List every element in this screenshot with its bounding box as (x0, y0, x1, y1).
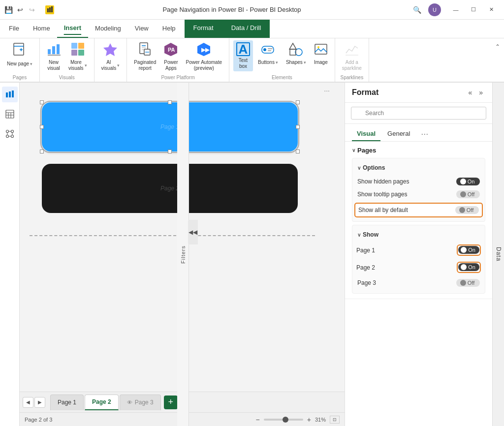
new-visual-button[interactable]: Newvisual (44, 40, 63, 73)
collapse-ribbon-button[interactable]: ⌃ (493, 41, 502, 52)
new-visual-icon (47, 42, 61, 58)
undo-icon[interactable]: ↩ (16, 6, 25, 14)
filters-label: Filters (180, 245, 186, 264)
page2-toggle[interactable]: On (458, 263, 479, 271)
page1-toggle[interactable]: On (458, 246, 479, 254)
buttons-button[interactable]: Buttons ▾ (255, 40, 281, 67)
handle-br[interactable] (296, 150, 300, 153)
add-page-button[interactable]: + (164, 396, 178, 409)
page1-button[interactable]: Page 1 (42, 102, 298, 152)
power-automate-icon: ▶▶ (197, 42, 211, 58)
tab-more-button[interactable]: ··· (417, 128, 432, 140)
image-button[interactable]: Image (311, 40, 331, 67)
tab-page3[interactable]: 👁 Page 3 (120, 395, 161, 410)
tab-format[interactable]: Format (185, 20, 222, 38)
panel-expand-right-button[interactable]: » (476, 88, 485, 97)
show-tooltip-pages-row: Show tooltip pages Off (357, 188, 480, 201)
format-search-input[interactable] (351, 107, 486, 120)
collapse-format-panel-button[interactable]: ◀◀ (188, 220, 198, 244)
close-button[interactable]: ✕ (482, 2, 500, 17)
more-visuals-button[interactable]: Morevisuals ▾ (65, 40, 90, 73)
handle-tr[interactable] (296, 100, 300, 104)
power-apps-icon: PA (164, 42, 178, 58)
tab-visual[interactable]: Visual (352, 127, 380, 141)
tab-modeling[interactable]: Modeling (88, 20, 128, 38)
data-panel-tab[interactable]: Data (492, 83, 504, 426)
handle-bl[interactable] (40, 150, 44, 153)
maximize-button[interactable]: ☐ (465, 2, 482, 17)
power-automate-button[interactable]: ▶▶ Power Automate(preview) (183, 40, 225, 73)
title-text: Page Navigation in Power BI - Power BI D… (54, 6, 410, 13)
ai-visuals-button[interactable]: AIvisuals ▾ (98, 40, 123, 73)
canvas-more-menu[interactable]: ··· (324, 87, 330, 94)
show-all-default-toggle[interactable]: Off (455, 206, 479, 214)
power-apps-button[interactable]: PA PowerApps (161, 40, 181, 73)
svg-rect-34 (315, 44, 327, 54)
page3-show-label: Page 3 (357, 279, 376, 286)
save-icon[interactable]: 💾 (4, 6, 13, 14)
zoom-slider-thumb[interactable] (283, 417, 288, 423)
show-hidden-pages-toggle[interactable]: On (456, 178, 480, 185)
format-section-pages-header[interactable]: ∨ Pages (352, 147, 485, 154)
tab-page1[interactable]: Page 1 (50, 395, 84, 410)
format-panel: Format « » 🔍 Visual General ··· ∨ Pages (345, 83, 492, 426)
tab-datadrill[interactable]: Data / Drill (222, 20, 270, 38)
page-prev-button[interactable]: ◀ (23, 397, 33, 408)
tab-file[interactable]: File (2, 20, 26, 38)
handle-ml[interactable] (40, 125, 44, 129)
tab-page2[interactable]: Page 2 (85, 395, 119, 410)
tab-home[interactable]: Home (26, 20, 57, 38)
handle-tm[interactable] (168, 100, 172, 104)
tab-insert[interactable]: Insert (57, 20, 88, 38)
zoom-plus-button[interactable]: + (307, 416, 311, 424)
fit-view-button[interactable]: ⊡ (330, 416, 340, 424)
zoom-slider[interactable] (264, 419, 303, 421)
svg-rect-40 (6, 110, 14, 118)
text-box-label: Textbox (239, 58, 248, 69)
tab-general[interactable]: General (382, 127, 415, 141)
svg-rect-9 (52, 46, 55, 54)
image-label: Image (314, 60, 328, 65)
handle-tl[interactable] (40, 100, 44, 104)
ribbon-group-elements-label: Elements (233, 74, 331, 82)
handle-mr[interactable] (296, 125, 300, 129)
nav-table-button[interactable] (2, 106, 18, 122)
show-header[interactable]: ∨ Show (357, 231, 480, 238)
ribbon-group-sparklines: Add asparkline Sparklines (335, 38, 369, 82)
nav-model-button[interactable] (2, 126, 18, 142)
svg-rect-2 (49, 7, 51, 12)
title-search-icon[interactable]: 🔍 (410, 2, 424, 17)
ribbon-group-powerplatform-label: Power Platform (131, 74, 225, 82)
user-profile-icon[interactable]: U (428, 3, 441, 16)
buttons-label: Buttons (258, 60, 275, 65)
page2-button[interactable]: Page 2 (42, 164, 298, 213)
main-area: ··· Page 1 Page 2 (0, 83, 504, 426)
svg-point-47 (6, 135, 8, 138)
svg-point-46 (11, 130, 13, 133)
toggle-dot-p3 (460, 280, 466, 286)
options-header[interactable]: ∨ Options (357, 164, 480, 171)
text-box-button[interactable]: A Textbox (233, 40, 253, 71)
page3-toggle[interactable]: Off (456, 279, 480, 287)
zoom-minus-button[interactable]: − (256, 416, 260, 424)
new-page-label: New page (7, 61, 29, 67)
shapes-button[interactable]: Shapes ▾ (283, 40, 309, 67)
show-all-default-row: Show all by default Off (354, 203, 483, 217)
tab-view[interactable]: View (128, 20, 156, 38)
panel-expand-left-button[interactable]: « (466, 88, 474, 97)
add-sparkline-button[interactable]: Add asparkline (339, 40, 365, 73)
tab-help[interactable]: Help (156, 20, 183, 38)
filters-panel[interactable]: Filters (177, 83, 189, 426)
paginated-report-button[interactable]: Paginatedreport (131, 40, 159, 73)
search-wrap: 🔍 (351, 107, 486, 120)
nav-report-button[interactable] (2, 87, 18, 102)
more-visuals-icon (71, 42, 85, 58)
new-page-button[interactable]: New page ▾ (4, 40, 35, 69)
panel-expand-buttons: « » (466, 88, 485, 97)
minimize-button[interactable]: — (447, 2, 465, 17)
handle-bm[interactable] (168, 150, 172, 153)
page-next-button[interactable]: ▶ (34, 397, 45, 408)
page3-toggle-text: Off (468, 280, 474, 286)
redo-icon[interactable]: ↪ (28, 6, 36, 14)
show-tooltip-pages-toggle[interactable]: Off (456, 190, 480, 198)
